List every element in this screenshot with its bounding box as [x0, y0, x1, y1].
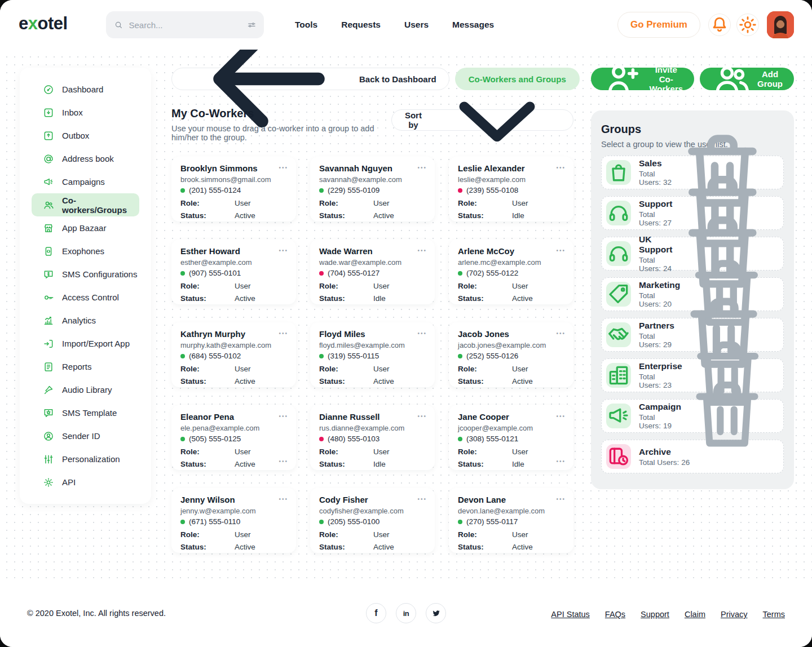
- linkedin-icon[interactable]: in: [396, 603, 416, 623]
- sidebar-item[interactable]: Exophones: [20, 240, 151, 263]
- coworker-card[interactable]: Floyd Miles ••• floyd.miles@example.com …: [310, 322, 435, 387]
- more-options-icon[interactable]: •••: [276, 495, 288, 502]
- coworker-phone: (201) 555-0124: [180, 186, 288, 194]
- coworker-card[interactable]: Jenny Wilson ••• jenny.w@example.com (67…: [171, 488, 296, 553]
- more-options-icon[interactable]: •••: [276, 412, 288, 419]
- sidebar-item[interactable]: Audio Library: [20, 378, 151, 401]
- facebook-icon[interactable]: f: [366, 603, 386, 623]
- more-options-icon[interactable]: •••: [556, 458, 566, 464]
- coworker-email: devon.lane@example.com: [458, 507, 566, 515]
- coworker-name: Savannah Nguyen: [319, 163, 392, 173]
- more-options-icon[interactable]: •••: [554, 329, 566, 336]
- search-bar[interactable]: [106, 11, 264, 38]
- more-options-icon[interactable]: •••: [415, 246, 427, 254]
- sidebar-item-label: Audio Library: [62, 385, 112, 395]
- more-options-icon[interactable]: •••: [554, 495, 566, 502]
- settings-gear-icon[interactable]: [736, 14, 759, 36]
- group-name: Partners: [639, 321, 674, 331]
- go-premium-button[interactable]: Go Premium: [617, 12, 700, 38]
- footer-link[interactable]: Support: [641, 610, 669, 619]
- status-dot: [458, 271, 462, 276]
- sidebar-item[interactable]: SMS Template: [20, 401, 151, 424]
- sender-id-icon: [43, 431, 54, 442]
- coworker-phone: (252) 555-0126: [458, 352, 566, 360]
- nav-link[interactable]: Users: [404, 20, 429, 30]
- coworker-card[interactable]: Leslie Alexander ••• leslie@example.com …: [449, 157, 573, 221]
- more-options-icon[interactable]: •••: [276, 246, 288, 254]
- coworker-card[interactable]: Dianne Russell ••• rus.dianne@example.co…: [310, 405, 435, 470]
- coworker-name: Floyd Miles: [319, 329, 365, 339]
- more-options-icon[interactable]: •••: [554, 412, 566, 419]
- coworker-card[interactable]: Devon Lane ••• devon.lane@example.com (2…: [449, 488, 573, 553]
- sidebar-item[interactable]: Import/Export App: [20, 332, 151, 355]
- sort-by-dropdown[interactable]: Sort by: [391, 109, 573, 131]
- status-label: Status:: [458, 294, 512, 303]
- coworker-card[interactable]: Eleanor Pena ••• ele.pena@example.com (5…: [171, 405, 296, 470]
- coworker-card[interactable]: Savannah Nguyen ••• savannah@example.com…: [310, 157, 435, 221]
- sidebar-item[interactable]: Analytics: [20, 309, 151, 332]
- sidebar-item[interactable]: API: [20, 471, 151, 494]
- coworker-card[interactable]: Esther Howard ••• esther@example.com (90…: [171, 240, 296, 304]
- sidebar-item[interactable]: Access Control: [20, 286, 151, 309]
- user-avatar[interactable]: [767, 11, 794, 38]
- personalization-icon: [43, 454, 54, 465]
- footer-link[interactable]: FAQs: [605, 610, 625, 619]
- role-label: Role:: [319, 365, 373, 373]
- coworker-card[interactable]: Kathryn Murphy ••• murphy.kath@example.c…: [171, 322, 296, 387]
- sidebar-item[interactable]: Address book: [20, 147, 151, 170]
- more-options-icon[interactable]: •••: [279, 458, 288, 464]
- more-options-icon[interactable]: •••: [415, 412, 427, 419]
- role-value: User: [512, 282, 528, 290]
- sidebar-item[interactable]: Reports: [20, 355, 151, 378]
- sidebar-item[interactable]: Outbox: [20, 124, 151, 147]
- coworker-phone: (702) 555-0122: [458, 269, 566, 277]
- back-to-dashboard-button[interactable]: Back to Dashboard: [171, 68, 449, 90]
- coworker-card[interactable]: Cody Fisher ••• codyfisher@example.com (…: [310, 488, 435, 553]
- status-label: Status:: [458, 211, 512, 220]
- sidebar-item[interactable]: Inbox: [20, 101, 151, 124]
- coworker-card[interactable]: Arlene McCoy ••• arlene.mc@example.com (…: [449, 240, 573, 304]
- sidebar-item[interactable]: SMS Configurations: [20, 263, 151, 286]
- coworkers-section: My Co-Workers Use your mouse to drag a c…: [171, 107, 573, 553]
- search-input[interactable]: [129, 20, 241, 30]
- sidebar-item[interactable]: App Bazaar: [20, 216, 151, 240]
- coworker-card[interactable]: Brooklyn Simmons ••• brook.simmons@gmail…: [171, 157, 296, 221]
- group-card[interactable]: Campaign Total Users:19: [601, 399, 784, 433]
- coworker-name: Jane Cooper: [458, 412, 509, 422]
- sidebar-item[interactable]: Dashboard: [20, 78, 151, 101]
- footer-link[interactable]: Claim: [685, 610, 705, 619]
- coworker-phone: (907) 555-0101: [180, 269, 288, 277]
- archive-icon: [606, 444, 631, 469]
- sidebar-item[interactable]: Personalization: [20, 447, 151, 471]
- nav-link[interactable]: Requests: [341, 20, 381, 30]
- sidebar-item[interactable]: Co-workers/Groups: [32, 193, 139, 216]
- more-options-icon[interactable]: •••: [554, 163, 566, 171]
- coworker-card[interactable]: Jane Cooper ••• jcooper@example.com (308…: [449, 405, 573, 470]
- coworker-phone: (684) 555-0102: [180, 352, 288, 360]
- more-options-icon[interactable]: •••: [415, 329, 427, 336]
- footer-links: API Status FAQs Support Claim Privacy Te…: [551, 610, 785, 619]
- coworker-card[interactable]: Jacob Jones ••• jacob.jones@example.com …: [449, 322, 573, 387]
- more-options-icon[interactable]: •••: [415, 163, 427, 171]
- more-options-icon[interactable]: •••: [276, 329, 288, 336]
- footer-link[interactable]: Privacy: [721, 610, 748, 619]
- more-options-icon[interactable]: •••: [554, 246, 566, 254]
- coworker-name: Eleanor Pena: [180, 412, 234, 422]
- nav-link[interactable]: Tools: [295, 20, 317, 30]
- more-options-icon[interactable]: •••: [415, 495, 427, 502]
- filter-icon[interactable]: [247, 20, 257, 30]
- notifications-bell-icon[interactable]: [708, 14, 731, 36]
- sidebar-item-label: SMS Template: [62, 408, 117, 418]
- sidebar-item[interactable]: Sender ID: [20, 424, 151, 447]
- nav-link[interactable]: Messages: [452, 20, 494, 30]
- sidebar-item[interactable]: Campaigns: [20, 170, 151, 193]
- footer-link[interactable]: API Status: [551, 610, 590, 619]
- twitter-icon[interactable]: [426, 603, 446, 623]
- footer-link[interactable]: Terms: [763, 610, 785, 619]
- toolbar-right: Invite Co-Workers Add Group: [591, 68, 794, 90]
- invite-coworkers-button[interactable]: Invite Co-Workers: [591, 68, 694, 90]
- add-group-button[interactable]: Add Group: [700, 68, 794, 90]
- coworker-card[interactable]: Wade Warren ••• wade.war@example.com (70…: [310, 240, 435, 304]
- coworker-name: Jacob Jones: [458, 329, 509, 339]
- more-options-icon[interactable]: •••: [276, 163, 288, 171]
